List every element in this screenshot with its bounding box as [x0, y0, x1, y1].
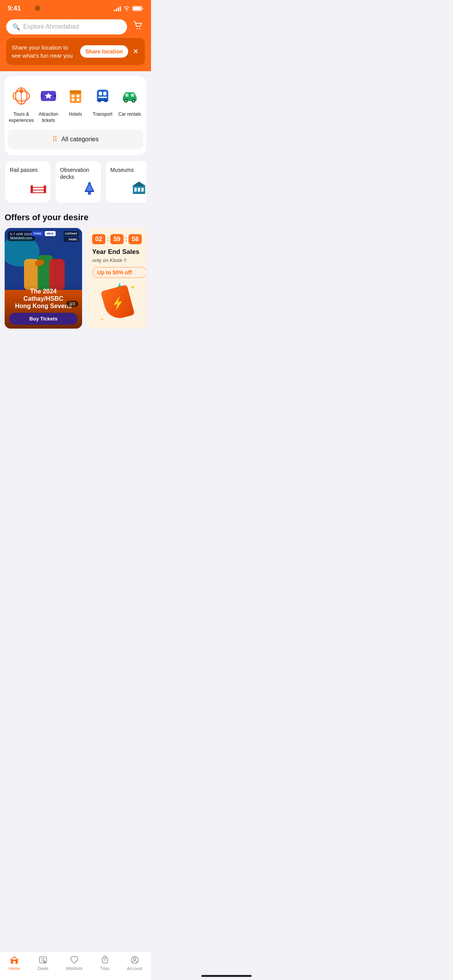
car-icon — [117, 84, 142, 108]
svg-rect-44 — [134, 188, 137, 192]
svg-point-3 — [139, 28, 141, 29]
category-transport[interactable]: Transport — [89, 84, 116, 123]
search-icon: 🔍 — [12, 23, 20, 31]
slide-counter: 3/3 — [66, 301, 78, 307]
sale-discount-badge: Up to 50% off — [92, 267, 146, 278]
svg-rect-17 — [77, 99, 79, 101]
search-bar[interactable]: 🔍 Explore Ahmedabad — [6, 19, 127, 34]
offers-scroll: CATHAY HSBC 5-7 APR 2024hksevens.com 7VN… — [5, 228, 146, 329]
svg-rect-45 — [138, 188, 140, 192]
tag-shine-2: ✦ — [100, 317, 104, 322]
event-background: CATHAY HSBC 5-7 APR 2024hksevens.com 7VN… — [5, 228, 82, 329]
signal-bars-icon — [114, 6, 121, 11]
category-tours[interactable]: Tours &experiences — [8, 84, 34, 123]
observation-icon — [82, 181, 96, 197]
all-categories-button[interactable]: ⠿ All categories — [8, 130, 143, 149]
hotels-icon — [63, 84, 88, 108]
countdown-row: 02 : 59 : 58 — [92, 234, 146, 244]
svg-marker-43 — [132, 182, 146, 186]
event-date-badge: 5-7 APR 2024hksevens.com — [8, 231, 35, 241]
svg-rect-1 — [133, 7, 141, 10]
header: 🔍 Explore Ahmedabad Share your location … — [0, 15, 151, 71]
offer-card-sale[interactable]: 02 : 59 : 58 Year End Sales only on Kloo… — [87, 228, 146, 329]
svg-rect-14 — [72, 95, 74, 98]
tours-icon — [9, 84, 34, 108]
sub-category-rail[interactable]: Rail passes — [5, 161, 51, 203]
event-logos: CATHAY HSBC — [63, 231, 79, 242]
event-title-badges: 7VNS HKG — [31, 231, 56, 236]
status-icons — [114, 6, 143, 11]
location-banner: Share your location to see what's fun ne… — [6, 38, 145, 65]
countdown-hours: 02 — [92, 234, 105, 244]
location-text: Share your location to see what's fun ne… — [12, 43, 76, 60]
countdown-sep-1: : — [107, 236, 109, 243]
svg-point-40 — [88, 182, 91, 185]
rail-label: Rail passes — [10, 166, 46, 173]
svg-rect-24 — [97, 100, 108, 101]
category-attraction[interactable]: Attractiontickets — [35, 84, 62, 123]
svg-point-31 — [132, 100, 134, 102]
buy-tickets-button[interactable]: Buy Tickets — [9, 313, 77, 325]
svg-rect-46 — [141, 188, 144, 192]
svg-rect-41 — [85, 191, 94, 192]
categories-card: Tours &experiences Attractiontickets — [5, 76, 146, 155]
category-car-rentals[interactable]: Car rentals — [117, 84, 143, 123]
svg-point-2 — [137, 28, 138, 29]
countdown-sep-2: : — [125, 236, 127, 243]
all-categories-label: All categories — [61, 136, 98, 143]
svg-rect-10 — [41, 95, 43, 98]
countdown-minutes: 59 — [110, 234, 124, 244]
svg-rect-33 — [31, 188, 45, 190]
attraction-label: Attractiontickets — [39, 111, 58, 123]
sub-category-museums[interactable]: Museums — [105, 161, 146, 203]
categories-grid: Tours &experiences Attractiontickets — [8, 84, 143, 123]
svg-rect-26 — [125, 94, 129, 97]
car-rentals-label: Car rentals — [118, 111, 141, 118]
cart-button[interactable] — [131, 19, 145, 35]
hotels-label: Hotels — [69, 111, 82, 118]
transport-label: Transport — [93, 111, 113, 118]
svg-rect-34 — [31, 190, 45, 192]
offers-title: Offers of your desire — [5, 212, 146, 223]
sub-categories-section: Rail passes Observationdecks — [0, 161, 151, 205]
sale-illustration: ✦ ✦ — [92, 282, 146, 322]
svg-rect-15 — [77, 95, 79, 98]
svg-rect-27 — [131, 94, 134, 97]
transport-icon — [90, 84, 115, 108]
status-bar: 9:41 — [0, 0, 151, 15]
attraction-icon — [36, 84, 61, 108]
wifi-icon — [123, 6, 130, 11]
status-dot — [35, 5, 40, 11]
svg-point-30 — [125, 100, 127, 102]
museums-icon — [131, 181, 146, 197]
sub-categories-scroll: Rail passes Observationdecks — [5, 161, 146, 205]
category-hotels[interactable]: Hotels — [62, 84, 89, 123]
countdown-seconds: 58 — [129, 234, 142, 244]
share-location-button[interactable]: Share location — [80, 45, 128, 58]
sub-category-observation[interactable]: Observationdecks — [55, 161, 101, 203]
museums-label: Museums — [110, 166, 146, 173]
tours-label: Tours &experiences — [9, 111, 34, 123]
observation-label: Observationdecks — [60, 166, 96, 180]
rail-icon — [31, 184, 46, 197]
dots-icon: ⠿ — [52, 135, 57, 144]
search-input[interactable]: Explore Ahmedabad — [23, 23, 79, 30]
close-location-banner-button[interactable]: ✕ — [132, 46, 139, 57]
svg-rect-11 — [54, 95, 56, 98]
offer-card-event[interactable]: CATHAY HSBC 5-7 APR 2024hksevens.com 7VN… — [5, 228, 82, 329]
svg-rect-20 — [103, 92, 106, 96]
sale-title: Year End Sales — [92, 248, 146, 256]
svg-rect-47 — [133, 193, 145, 194]
svg-rect-19 — [99, 92, 102, 96]
tag-shine-1: ✦ — [130, 284, 135, 291]
offers-section: Offers of your desire — [0, 205, 151, 329]
tag-body — [101, 284, 135, 321]
sale-subtitle: only on Klook !! — [92, 257, 146, 263]
svg-rect-21 — [98, 97, 107, 98]
svg-rect-16 — [72, 99, 74, 101]
status-time: 9:41 — [8, 5, 21, 12]
svg-rect-13 — [70, 90, 81, 93]
svg-rect-36 — [44, 185, 46, 193]
battery-icon — [132, 6, 143, 11]
tag-illustration: ✦ ✦ — [104, 288, 135, 322]
